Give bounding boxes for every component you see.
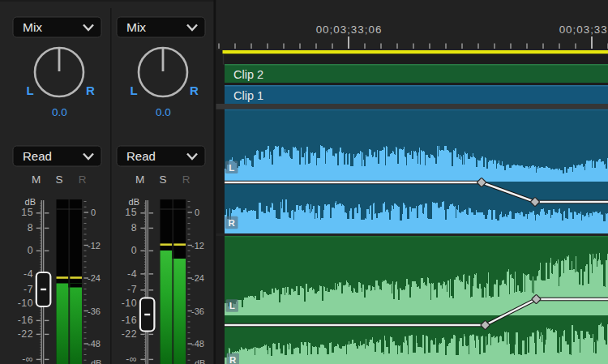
svg-text:R: R xyxy=(86,84,95,97)
svg-text:-36: -36 xyxy=(191,306,204,316)
svg-text:Mix: Mix xyxy=(23,20,42,34)
svg-text:L: L xyxy=(229,301,235,310)
svg-text:dB: dB xyxy=(91,358,101,364)
svg-text:-16: -16 xyxy=(18,315,33,326)
svg-text:R: R xyxy=(229,355,237,364)
svg-text:00;03;33;06: 00;03;33;06 xyxy=(316,24,383,36)
svg-text:-7: -7 xyxy=(24,284,33,295)
svg-text:-22: -22 xyxy=(122,328,137,340)
svg-text:8: 8 xyxy=(28,222,33,233)
svg-text:R: R xyxy=(182,173,191,186)
svg-text:-16: -16 xyxy=(122,315,137,326)
svg-text:dB: dB xyxy=(195,358,205,364)
svg-text:0: 0 xyxy=(131,245,137,256)
svg-text:-∞: -∞ xyxy=(126,353,137,364)
svg-text:0: 0 xyxy=(28,245,33,256)
svg-text:dB: dB xyxy=(25,197,36,207)
svg-text:0.0: 0.0 xyxy=(156,106,171,118)
svg-text:R: R xyxy=(79,173,87,186)
svg-text:-24: -24 xyxy=(88,273,101,283)
svg-text:S: S xyxy=(159,173,166,186)
svg-text:dB: dB xyxy=(129,197,139,207)
svg-text:Clip 2: Clip 2 xyxy=(233,68,263,81)
svg-text:R: R xyxy=(229,218,236,228)
svg-text:-22: -22 xyxy=(18,328,33,340)
svg-text:L: L xyxy=(26,84,33,97)
svg-text:-12: -12 xyxy=(88,241,101,251)
svg-text:15: 15 xyxy=(125,207,137,218)
svg-text:M: M xyxy=(135,173,144,186)
svg-text:-48: -48 xyxy=(191,339,204,349)
svg-text:-10: -10 xyxy=(122,298,137,309)
svg-text:M: M xyxy=(32,173,41,186)
svg-text:-4: -4 xyxy=(127,268,137,280)
svg-text:-24: -24 xyxy=(191,273,204,283)
svg-text:Mix: Mix xyxy=(126,20,146,34)
svg-text:-4: -4 xyxy=(24,268,33,280)
svg-text:Read: Read xyxy=(23,149,52,163)
svg-text:S: S xyxy=(55,173,62,186)
svg-text:L: L xyxy=(229,163,234,173)
svg-text:0: 0 xyxy=(195,208,199,217)
svg-text:Read: Read xyxy=(126,149,156,163)
svg-text:L: L xyxy=(130,84,137,97)
svg-text:-10: -10 xyxy=(18,298,33,309)
svg-text:00;03;33;21: 00;03;33;21 xyxy=(559,24,608,36)
svg-text:0: 0 xyxy=(91,208,96,217)
svg-text:0.0: 0.0 xyxy=(52,106,67,118)
svg-text:-7: -7 xyxy=(127,284,137,295)
svg-text:-36: -36 xyxy=(88,306,101,316)
svg-text:R: R xyxy=(190,84,199,97)
svg-text:8: 8 xyxy=(131,222,137,233)
svg-text:-12: -12 xyxy=(191,241,204,251)
svg-text:-∞: -∞ xyxy=(22,353,33,364)
svg-text:15: 15 xyxy=(21,207,33,218)
svg-text:-48: -48 xyxy=(88,339,101,349)
svg-text:Clip 1: Clip 1 xyxy=(233,89,263,102)
